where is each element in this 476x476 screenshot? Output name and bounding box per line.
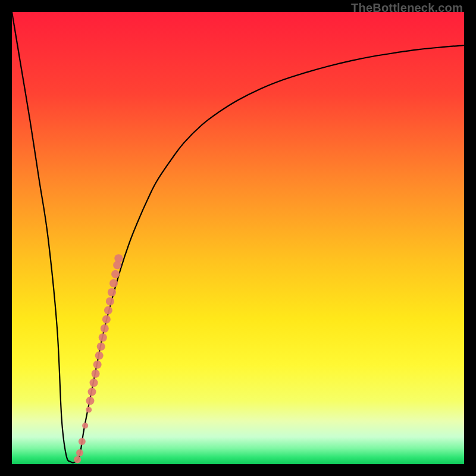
scatter-point [111, 270, 120, 278]
scatter-point [79, 438, 86, 445]
scatter-point [93, 361, 102, 369]
scatter-point [106, 297, 114, 305]
scatter-point [90, 378, 98, 387]
scatter-point [86, 397, 94, 405]
scatter-point [95, 352, 104, 360]
scatter-point [97, 342, 105, 350]
scatter-point [82, 422, 88, 428]
watermark-text: TheBottleneck.com [351, 1, 463, 15]
scatter-point [99, 333, 107, 342]
scatter-point [86, 407, 92, 413]
scatter-point [76, 449, 83, 456]
scatter-point [92, 369, 100, 378]
scatter-point [88, 387, 96, 396]
scatter-point [109, 279, 118, 287]
scatter-point [101, 324, 109, 333]
scatter-point [74, 456, 81, 463]
scatter-point [114, 254, 123, 262]
chart-svg [12, 12, 464, 464]
chart-frame: TheBottleneck.com [0, 0, 476, 476]
scatter-point [102, 315, 111, 324]
scatter-point [104, 306, 112, 315]
plot-area [12, 12, 464, 464]
gradient-background [12, 12, 464, 464]
scatter-point [108, 288, 116, 296]
